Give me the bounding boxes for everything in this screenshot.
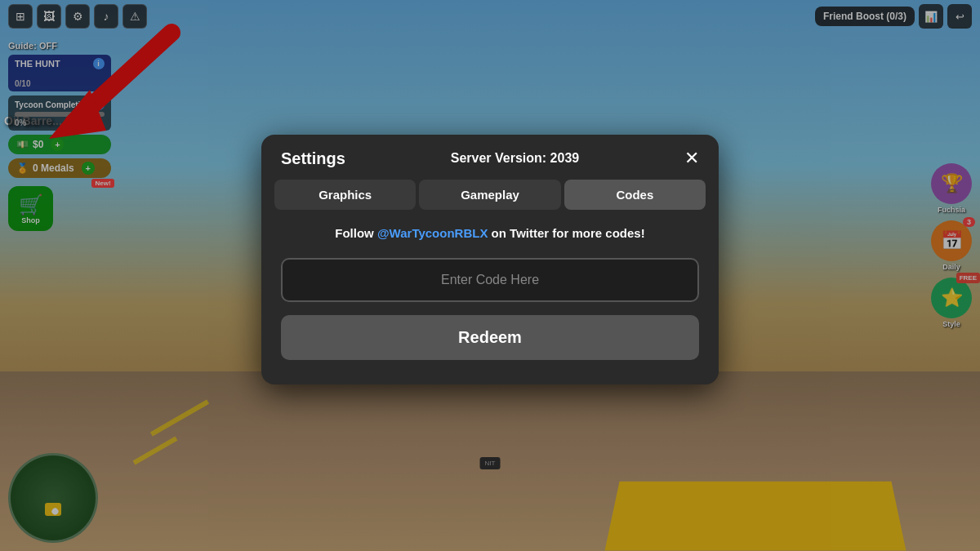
modal-header: Settings Server Version: 2039 ✕	[261, 135, 719, 180]
server-version: Server Version: 2039	[451, 151, 579, 166]
code-input[interactable]	[281, 258, 699, 302]
modal-title: Settings	[281, 149, 345, 168]
tab-codes[interactable]: Codes	[564, 180, 706, 210]
tab-graphics[interactable]: Graphics	[274, 180, 416, 210]
follow-text-prefix: Follow	[335, 226, 377, 240]
modal-overlay: Settings Server Version: 2039 ✕ Graphics…	[0, 0, 980, 551]
follow-text: Follow @WarTycoonRBLX on Twitter for mor…	[281, 226, 699, 240]
modal-codes-content: Follow @WarTycoonRBLX on Twitter for mor…	[261, 226, 719, 360]
twitter-handle: @WarTycoonRBLX	[377, 226, 488, 240]
close-button[interactable]: ✕	[684, 149, 699, 167]
follow-text-suffix: on Twitter for more codes!	[488, 226, 644, 240]
tabs-row: Graphics Gameplay Codes	[274, 180, 706, 210]
tab-gameplay[interactable]: Gameplay	[419, 180, 560, 210]
settings-modal: Settings Server Version: 2039 ✕ Graphics…	[261, 135, 719, 384]
redeem-button[interactable]: Redeem	[281, 315, 699, 360]
